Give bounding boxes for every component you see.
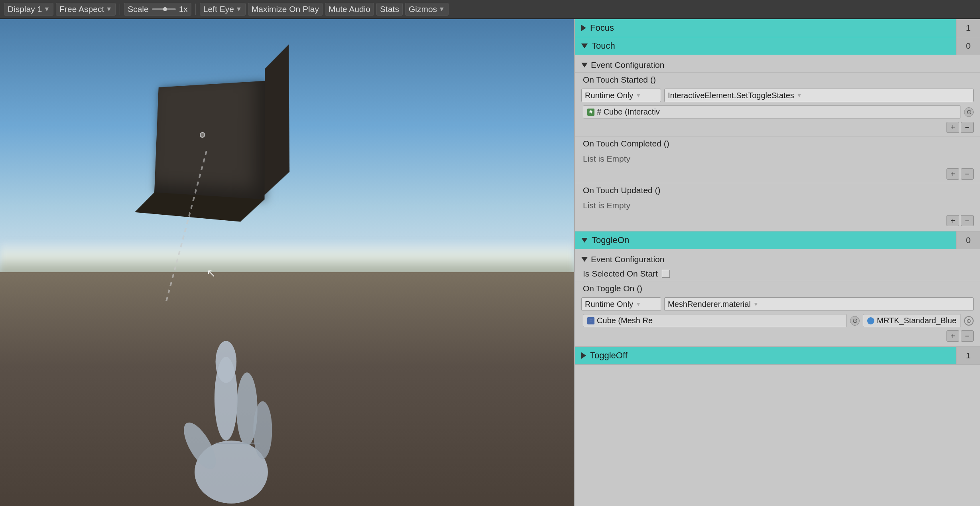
runtime-only-selector[interactable]: Runtime Only ▼	[581, 89, 661, 102]
toggle-on-header-left: ToggleOn	[581, 235, 629, 245]
touch-completed-remove-btn[interactable]: −	[961, 168, 974, 180]
object-ref-row-touch: # # Cube (Interactiv ⊙	[575, 104, 980, 120]
toggle-on-body: Event Configuration Is Selected On Start…	[575, 249, 980, 346]
toggle-on-badge: 0	[956, 231, 980, 249]
material-target-btn[interactable]: ⊙	[964, 316, 974, 326]
toggle-runtime-selector[interactable]: Runtime Only ▼	[581, 297, 661, 311]
on-touch-started-label: On Touch Started ()	[575, 72, 980, 87]
toggle-on-remove-btn[interactable]: −	[961, 330, 974, 342]
is-selected-label: Is Selected On Start	[583, 269, 658, 279]
scale-label: Scale	[128, 4, 149, 14]
display-caret: ▼	[43, 6, 50, 13]
toggle-off-collapse-icon	[581, 352, 586, 359]
object-icon-touch: #	[587, 109, 594, 116]
toggle-obj-target-btn[interactable]: ⊙	[850, 316, 860, 326]
object-ref-target-btn[interactable]: ⊙	[964, 107, 974, 117]
focus-header-left: Focus	[581, 23, 614, 33]
eye-selector[interactable]: Left Eye ▼	[200, 3, 246, 16]
touch-updated-empty: List is Empty	[575, 198, 980, 213]
touch-started-add-remove: + −	[575, 120, 980, 134]
event-config-icon	[581, 63, 588, 67]
on-touch-completed-label: On Touch Completed ()	[575, 136, 980, 151]
toggle-object-ref: ≡ Cube (Mesh Re	[583, 314, 847, 327]
toggle-event-config-header: Event Configuration	[575, 252, 980, 267]
material-icon	[867, 317, 874, 324]
event-config-header: Event Configuration	[575, 58, 980, 72]
touch-section-wrapper: Touch 0	[575, 37, 980, 55]
cube-mesh	[154, 81, 265, 200]
focus-label: Focus	[590, 23, 614, 33]
scale-value: 1x	[179, 4, 188, 14]
toggle-runtime-caret: ▼	[636, 301, 641, 307]
toggle-on-collapse-icon	[581, 238, 588, 243]
on-toggle-on-label: On Toggle On ()	[575, 281, 980, 296]
mouse-cursor: ↖	[207, 267, 218, 281]
toggle-on-header[interactable]: ToggleOn	[575, 231, 956, 249]
touch-completed-add-btn[interactable]: +	[947, 168, 959, 180]
svg-point-4	[253, 401, 272, 459]
touch-started-remove-btn[interactable]: −	[961, 122, 974, 133]
separator-1	[120, 4, 120, 15]
touch-completed-add-remove: + −	[575, 167, 980, 181]
on-touch-updated-label: On Touch Updated ()	[575, 183, 980, 198]
cube-object	[152, 83, 263, 195]
scale-control[interactable]: Scale 1x	[124, 3, 191, 16]
toggle-function-caret: ▼	[753, 301, 759, 307]
aspect-label: Free Aspect	[59, 4, 104, 14]
eye-label: Left Eye	[203, 4, 234, 14]
touch-updated-remove-btn[interactable]: −	[961, 215, 974, 226]
maximize-on-play-label: Maximize On Play	[252, 4, 319, 14]
toolbar: Display 1 ▼ Free Aspect ▼ Scale 1x Left …	[0, 0, 980, 19]
toggle-off-wrapper: ToggleOff 1	[575, 347, 980, 364]
display-selector[interactable]: Display 1 ▼	[4, 3, 53, 16]
mute-audio-label: Mute Audio	[329, 4, 370, 14]
svg-point-2	[216, 341, 237, 383]
aspect-selector[interactable]: Free Aspect ▼	[56, 3, 116, 16]
toggle-on-add-remove: + −	[575, 329, 980, 343]
touch-header-left: Touch	[581, 41, 615, 51]
focus-badge: 1	[956, 19, 980, 37]
maximize-on-play-btn[interactable]: Maximize On Play	[248, 3, 323, 16]
gizmos-btn[interactable]: Gizmos ▼	[405, 3, 449, 16]
eye-caret: ▼	[236, 6, 242, 13]
toggle-off-badge: 1	[956, 347, 980, 364]
scale-slider[interactable]	[152, 8, 176, 10]
aspect-caret: ▼	[106, 6, 112, 13]
stats-label: Stats	[380, 4, 399, 14]
event-config-label: Event Configuration	[591, 60, 664, 70]
mute-audio-btn[interactable]: Mute Audio	[325, 3, 374, 16]
game-viewport[interactable]: ↖	[0, 19, 574, 506]
function-selector[interactable]: InteractiveElement.SetToggleStates ▼	[664, 89, 974, 102]
toggle-off-header[interactable]: ToggleOff	[575, 347, 956, 364]
on-toggle-on-row: Runtime Only ▼ MeshRenderer.material ▼	[575, 296, 980, 312]
hand-model	[167, 330, 295, 506]
cube-interaction-point	[200, 132, 205, 138]
toggle-event-config-label: Event Configuration	[591, 255, 664, 264]
material-ref: MRTK_Standard_Blue	[863, 314, 961, 327]
touch-updated-add-btn[interactable]: +	[947, 215, 959, 226]
toggle-off-header-left: ToggleOff	[581, 350, 628, 361]
toggle-function-selector[interactable]: MeshRenderer.material ▼	[664, 297, 974, 311]
touch-header[interactable]: Touch	[575, 37, 956, 55]
separator-2	[195, 4, 196, 15]
toggle-object-icon: ≡	[587, 317, 594, 324]
gizmos-caret: ▼	[439, 6, 445, 13]
focus-section: Focus 1	[575, 19, 980, 37]
touch-label: Touch	[592, 41, 615, 51]
function-caret: ▼	[797, 92, 802, 99]
is-selected-row: Is Selected On Start	[575, 267, 980, 281]
touch-started-add-btn[interactable]: +	[947, 122, 959, 133]
inspector-panel: Focus 1 Touch 0	[574, 19, 980, 506]
touch-updated-add-remove: + −	[575, 213, 980, 228]
display-label: Display 1	[8, 4, 42, 14]
touch-collapse-icon	[581, 43, 588, 48]
toggle-on-add-btn[interactable]: +	[947, 330, 959, 342]
toggle-object-ref-row: ≡ Cube (Mesh Re ⊙ MRTK_Standard_Blue ⊙	[575, 312, 980, 329]
object-ref-touch: # # Cube (Interactiv	[583, 105, 961, 119]
focus-header[interactable]: Focus	[575, 19, 956, 37]
gizmos-label: Gizmos	[409, 4, 437, 14]
stats-btn[interactable]: Stats	[376, 3, 403, 16]
main-content: ↖ Focus	[0, 19, 980, 506]
touch-badge: 0	[956, 37, 980, 55]
is-selected-checkbox[interactable]	[662, 270, 670, 278]
